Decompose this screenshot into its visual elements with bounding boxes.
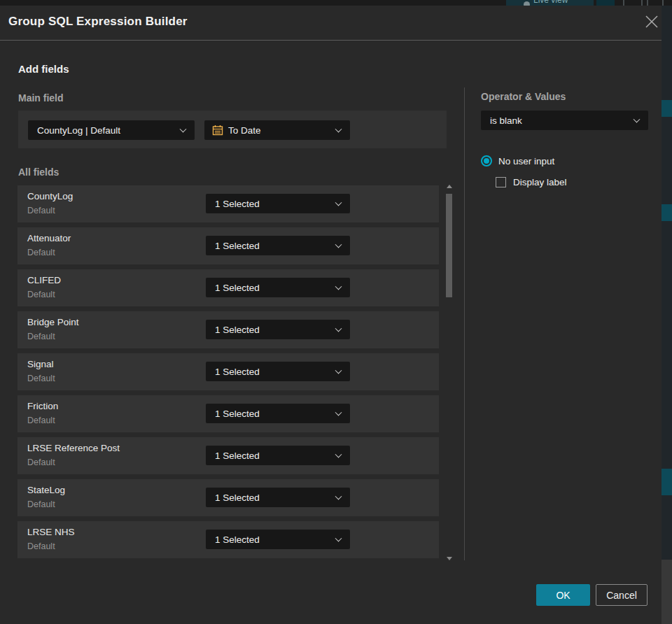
field-subtitle: Default [27,499,55,509]
scrollbar-thumb[interactable] [446,194,452,297]
field-selected-dropdown-label: 1 Selected [215,199,260,209]
background-toolbar-divider [641,0,643,6]
field-name: StateLog [27,485,65,495]
field-selected-dropdown-label: 1 Selected [215,283,260,293]
add-fields-heading: Add fields [18,63,69,75]
field-name: Bridge Point [27,317,79,327]
ok-button[interactable]: OK [536,584,590,606]
group-sql-expression-builder-dialog: Group SQL Expression Builder Add fields … [0,6,662,624]
no-user-input-radio[interactable]: No user input [481,155,554,167]
display-label-text: Display label [513,177,567,187]
field-selected-dropdown[interactable]: 1 Selected [206,404,350,423]
field-selected-dropdown-label: 1 Selected [215,451,260,461]
field-row: CLIFED Default 1 Selected [18,269,439,306]
all-fields-list: CountyLog Default 1 Selected Attenuator … [18,185,439,564]
field-row: LRSE Reference Post Default 1 Selected [18,437,439,474]
display-label-checkbox[interactable]: Display label [496,176,567,188]
field-name: Attenuator [27,233,71,243]
main-field-select[interactable]: CountyLog | Default [28,120,195,140]
header-divider [0,40,662,41]
field-subtitle: Default [27,416,55,425]
field-row: StateLog Default 1 Selected [18,479,439,516]
main-field-label: Main field [18,92,64,104]
field-row: Attenuator Default 1 Selected [18,227,439,264]
operator-select-value: is blank [490,115,522,126]
dialog-title: Group SQL Expression Builder [8,15,188,29]
field-selected-dropdown[interactable]: 1 Selected [206,236,350,255]
field-selected-dropdown[interactable]: 1 Selected [206,530,350,549]
chevron-down-icon [335,535,342,542]
field-subtitle: Default [27,458,55,467]
radio-selected-icon[interactable] [481,155,492,166]
background-teal-block [662,204,672,221]
field-subtitle: Default [27,374,55,383]
background-panel-edge [662,560,672,624]
scroll-down-arrow-icon[interactable] [447,557,452,560]
field-selected-dropdown[interactable]: 1 Selected [206,278,350,297]
background-toolbar-divider [662,0,664,6]
dialog-header: Group SQL Expression Builder [0,6,662,40]
chevron-down-icon [335,451,342,458]
operator-values-label: Operator & Values [481,91,566,102]
field-row: LRSE NHS Default 1 Selected [18,521,439,558]
field-subtitle: Default [27,541,55,551]
field-subtitle: Default [27,206,55,215]
chevron-down-icon [335,367,342,374]
field-selected-dropdown-label: 1 Selected [215,325,260,335]
background-app-topbar: Live view [0,0,672,6]
operator-select[interactable]: is blank [481,111,648,130]
field-subtitle: Default [27,290,55,299]
main-field-type-select[interactable]: To Date [204,120,350,140]
background-toolbar-icon [606,0,615,6]
field-name: CountyLog [27,191,73,201]
cancel-button[interactable]: Cancel [596,584,648,606]
chevron-down-icon [335,493,342,500]
scroll-up-arrow-icon[interactable] [447,185,452,188]
background-toolbar-icon [596,0,606,6]
field-selected-dropdown-label: 1 Selected [215,534,260,545]
field-selected-dropdown-label: 1 Selected [215,367,260,377]
field-name: LRSE NHS [27,527,75,537]
scrollbar[interactable] [446,180,453,562]
field-selected-dropdown[interactable]: 1 Selected [206,194,350,213]
field-subtitle: Default [27,248,55,257]
background-app-right-edge [662,6,672,624]
field-name: CLIFED [27,275,61,285]
field-row: Friction Default 1 Selected [18,395,439,432]
main-field-container: CountyLog | Default To Date [18,111,447,148]
all-fields-label: All fields [18,166,59,178]
checkbox-unchecked-icon[interactable] [496,177,506,187]
close-icon[interactable] [643,13,660,30]
main-field-type-value: To Date [228,125,261,136]
background-toolbar-divider [623,0,624,6]
calendar-icon [212,125,223,136]
chevron-down-icon [335,283,342,290]
chevron-down-icon [634,116,640,123]
main-field-select-value: CountyLog | Default [37,125,120,136]
field-name: LRSE Reference Post [27,443,120,453]
panel-divider [464,87,465,560]
field-subtitle: Default [27,332,55,341]
chevron-down-icon [335,126,342,133]
field-selected-dropdown-label: 1 Selected [215,409,260,419]
field-name: Signal [27,359,54,369]
chevron-down-icon [180,126,187,133]
field-selected-dropdown[interactable]: 1 Selected [206,488,350,507]
field-selected-dropdown[interactable]: 1 Selected [206,446,350,465]
field-selected-dropdown[interactable]: 1 Selected [206,362,350,381]
field-selected-dropdown-label: 1 Selected [215,241,260,251]
background-toolbar-divider [647,0,648,6]
live-view-label: Live view [533,0,568,5]
field-name: Friction [27,401,58,411]
field-row: Signal Default 1 Selected [18,353,439,390]
chevron-down-icon [335,325,342,332]
chevron-down-icon [335,241,342,248]
chevron-down-icon [335,199,342,206]
live-view-button[interactable]: Live view [506,0,594,6]
no-user-input-label: No user input [498,156,554,166]
field-row: CountyLog Default 1 Selected [18,185,439,222]
background-teal-block [662,469,672,495]
chevron-down-icon [335,409,342,416]
field-selected-dropdown[interactable]: 1 Selected [206,320,350,339]
field-selected-dropdown-label: 1 Selected [215,492,260,503]
